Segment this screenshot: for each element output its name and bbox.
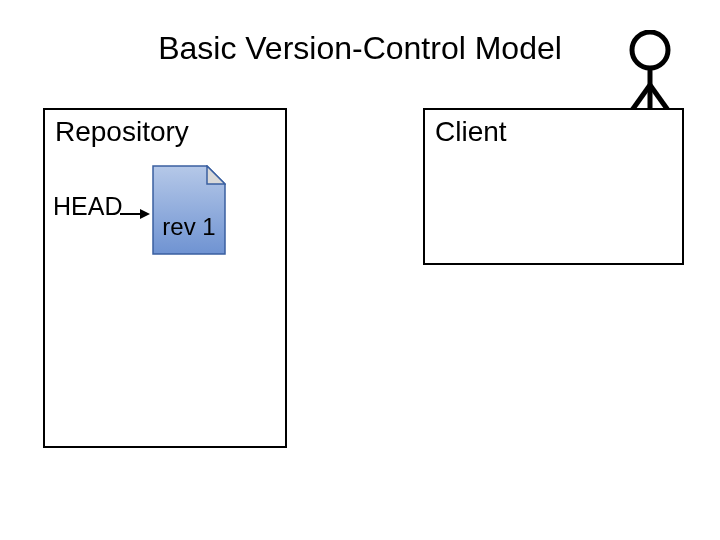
client-box: Client: [423, 108, 684, 265]
revision-document-icon: rev 1: [152, 165, 226, 255]
revision-label: rev 1: [152, 213, 226, 241]
svg-marker-7: [140, 209, 150, 219]
diagram-stage: Basic Version-Control Model Repository H…: [0, 0, 720, 540]
repository-box: Repository HEAD rev 1: [43, 108, 287, 448]
repository-label: Repository: [55, 116, 189, 148]
diagram-title: Basic Version-Control Model: [0, 30, 720, 67]
head-arrow-icon: [120, 206, 150, 224]
client-label: Client: [435, 116, 507, 148]
head-label: HEAD: [53, 192, 122, 221]
svg-point-0: [632, 32, 668, 68]
